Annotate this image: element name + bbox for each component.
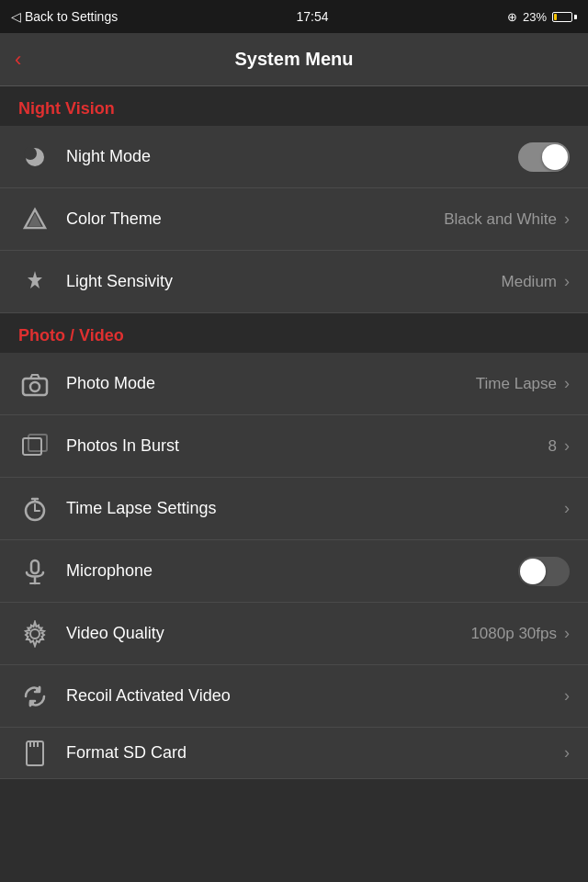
format-sd-card-label: Format SD Card xyxy=(66,743,564,763)
light-sensivity-item[interactable]: Light Sensivity Medium › xyxy=(0,251,588,313)
status-time: 17:54 xyxy=(297,9,329,24)
light-sensivity-label: Light Sensivity xyxy=(66,272,502,291)
photos-in-burst-chevron-icon: › xyxy=(564,436,570,456)
light-sensivity-value: Medium xyxy=(502,273,557,291)
recoil-icon xyxy=(18,680,51,713)
sd-icon xyxy=(18,737,51,770)
video-quality-label: Video Quality xyxy=(66,624,470,643)
section-label: Photo / Video xyxy=(18,326,124,345)
network-icon: ⊕ xyxy=(507,10,517,24)
format-sd-card-chevron-icon: › xyxy=(564,743,570,763)
moon-icon xyxy=(18,141,51,174)
svg-rect-7 xyxy=(23,438,41,455)
microphone-toggle[interactable] xyxy=(518,557,570,586)
timer-icon xyxy=(18,492,51,526)
video-quality-item[interactable]: Video Quality 1080p 30fps › xyxy=(0,603,588,665)
photos-in-burst-label: Photos In Burst xyxy=(66,436,548,456)
back-chevron-icon: ‹ xyxy=(15,48,21,72)
photos-in-burst-item[interactable]: Photos In Burst 8 › xyxy=(0,415,588,478)
gear-camera-icon xyxy=(18,617,51,650)
format-sd-card-item[interactable]: Format SD Card › xyxy=(0,728,588,779)
photo-mode-value: Time Lapse xyxy=(476,375,557,393)
status-bar: ◁ Back to Settings 17:54 ⊕ 23% xyxy=(0,0,588,33)
svg-rect-5 xyxy=(23,379,47,395)
microphone-item[interactable]: Microphone xyxy=(0,540,588,603)
recoil-activated-video-label: Recoil Activated Video xyxy=(66,686,557,706)
microphone-label: Microphone xyxy=(66,561,518,581)
video-quality-chevron-icon: › xyxy=(564,624,570,643)
photo-video-section-header: Photo / Video xyxy=(0,313,588,353)
svg-marker-4 xyxy=(28,271,42,288)
svg-point-17 xyxy=(30,629,40,639)
recoil-activated-video-item[interactable]: Recoil Activated Video › xyxy=(0,665,588,728)
camera-icon xyxy=(18,368,51,401)
brightness-icon xyxy=(18,266,51,299)
mic-icon xyxy=(18,555,51,588)
battery-percent: 23% xyxy=(523,10,547,24)
time-lapse-settings-label: Time Lapse Settings xyxy=(66,499,557,518)
night-mode-toggle[interactable] xyxy=(518,142,570,172)
section-label: Night Vision xyxy=(18,99,115,118)
photo-mode-chevron-icon: › xyxy=(564,374,570,393)
svg-rect-8 xyxy=(28,435,47,451)
night-mode-item[interactable]: Night Mode xyxy=(0,126,588,188)
burst-icon xyxy=(18,430,51,463)
palette-icon xyxy=(18,203,51,236)
status-right: ⊕ 23% xyxy=(507,10,577,24)
color-theme-label: Color Theme xyxy=(66,209,444,229)
time-lapse-settings-chevron-icon: › xyxy=(564,499,570,518)
night-mode-label: Night Mode xyxy=(66,147,518,166)
back-button[interactable]: ‹ xyxy=(15,48,21,72)
battery-icon xyxy=(552,12,577,22)
photo-mode-label: Photo Mode xyxy=(66,374,476,393)
page-title: System Menu xyxy=(235,49,354,70)
night-vision-section-header: Night Vision xyxy=(0,86,588,126)
recoil-activated-video-chevron-icon: › xyxy=(564,686,570,706)
status-back-text: Back to Settings xyxy=(25,9,118,24)
svg-point-6 xyxy=(30,382,40,391)
color-theme-chevron-icon: › xyxy=(564,209,570,229)
nav-bar: ‹ System Menu xyxy=(0,33,588,86)
svg-point-1 xyxy=(24,147,37,160)
color-theme-item[interactable]: Color Theme Black and White › xyxy=(0,188,588,251)
photo-mode-item[interactable]: Photo Mode Time Lapse › xyxy=(0,353,588,415)
photos-in-burst-value: 8 xyxy=(548,437,557,456)
light-sensivity-chevron-icon: › xyxy=(564,272,570,291)
color-theme-value: Black and White xyxy=(444,210,557,229)
svg-rect-14 xyxy=(31,560,39,573)
time-lapse-settings-item[interactable]: Time Lapse Settings › xyxy=(0,478,588,540)
video-quality-value: 1080p 30fps xyxy=(470,625,557,643)
back-arrow-icon: ◁ xyxy=(11,9,21,24)
status-bar-back: ◁ Back to Settings xyxy=(11,9,118,24)
